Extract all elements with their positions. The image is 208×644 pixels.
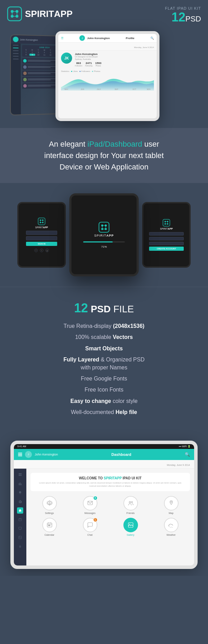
dashboard-header: J John Kensington Dashboard 🔍 bbox=[14, 449, 194, 460]
dark-ipads-section: SPIRITAPP SIGN IN f t g bbox=[0, 183, 208, 287]
search-icon[interactable]: 🔍 bbox=[185, 452, 190, 457]
logo-light: SPIRIT bbox=[25, 9, 54, 19]
social-icons: f t g bbox=[34, 249, 49, 252]
dashboard-section: 9:41 AM ▪▪▪ WiFi 🔋 J John Kensington Das… bbox=[0, 434, 208, 576]
highlight-text: iPad/Dashboard bbox=[87, 140, 142, 148]
sidebar-icon-settings[interactable] bbox=[17, 498, 23, 505]
sidebar-icon-home[interactable] bbox=[17, 507, 23, 514]
map-circle[interactable] bbox=[164, 496, 179, 510]
settings-circle[interactable] bbox=[42, 496, 57, 510]
gallery-circle[interactable] bbox=[123, 518, 138, 532]
hero-top-bar: SPIRITAPP FLAT iPAD UI KIT 12PSD bbox=[7, 6, 201, 24]
icon-item-calendar: Calendar bbox=[31, 518, 68, 536]
svg-point-61 bbox=[131, 502, 132, 503]
svg-point-50 bbox=[20, 501, 21, 502]
chart-wave: MAY JUN JULY SEP OCT NOV bbox=[61, 73, 154, 91]
icon-item-weather: Weather bbox=[152, 518, 190, 536]
svg-text:JULY: JULY bbox=[97, 88, 101, 90]
nav-item bbox=[13, 59, 18, 59]
friends-circle[interactable] bbox=[123, 496, 138, 510]
chat-circle[interactable]: 1 bbox=[83, 518, 97, 532]
list-avatar bbox=[23, 65, 27, 69]
svg-rect-55 bbox=[19, 536, 21, 539]
logo-text: SPIRITAPP bbox=[25, 9, 72, 19]
psd-number: 12 bbox=[172, 10, 185, 24]
profile-info: John Kensington UI Designer & Developer … bbox=[75, 53, 154, 67]
user-avatar: J bbox=[25, 451, 32, 458]
sidebar-icon-gallery[interactable] bbox=[17, 534, 23, 541]
light-ipad-header: ☰ J John Kensington Profile 🔍 bbox=[58, 34, 157, 43]
svg-point-70 bbox=[129, 524, 130, 524]
search-icon: 🔍 bbox=[150, 37, 154, 40]
feature-icon-fonts: Free Icon Fonts bbox=[21, 386, 187, 394]
login-form-left: SIGN IN bbox=[26, 231, 57, 246]
welcome-box: WELCOME TO SPIRITAPP IPAD UI KIT Lorem i… bbox=[31, 473, 190, 491]
feature-google-fonts: Free Google Fonts bbox=[21, 375, 187, 383]
logo-area: SPIRITAPP bbox=[7, 6, 72, 21]
feature-retina: True Retina-display (2048x1536) bbox=[21, 322, 187, 330]
svg-point-60 bbox=[129, 501, 131, 503]
input-field[interactable] bbox=[149, 242, 184, 245]
ipad-loading-center: SPIRITAPP 71% bbox=[69, 193, 139, 276]
svg-rect-69 bbox=[128, 523, 133, 527]
header-left: J John Kensington bbox=[18, 451, 58, 458]
sidebar-icon-chat[interactable] bbox=[17, 525, 23, 532]
svg-rect-53 bbox=[19, 518, 20, 519]
spirit-logo-right: SPIRITAPP bbox=[160, 219, 173, 230]
list-avatar bbox=[23, 72, 27, 75]
icon-item-gallery: Gallery bbox=[112, 518, 149, 536]
social-icon[interactable]: g bbox=[45, 249, 49, 252]
sidebar-icon-notifications[interactable] bbox=[17, 489, 23, 496]
list-avatar bbox=[23, 78, 27, 81]
chart-area: Statistics ■ Likes ■ Followers ■ Photos bbox=[58, 69, 157, 92]
psd-label: PSD bbox=[185, 15, 201, 23]
svg-rect-43 bbox=[20, 473, 22, 475]
icon-grid-2: Calendar 1 Chat bbox=[31, 518, 190, 536]
dark-avatar bbox=[13, 37, 18, 42]
menu-icon: ☰ bbox=[61, 37, 63, 40]
input-field[interactable] bbox=[149, 232, 184, 236]
messages-circle[interactable]: 4 bbox=[83, 496, 97, 510]
icon-grid: Settings 4 Messages bbox=[31, 496, 190, 514]
logo-bold: APP bbox=[54, 9, 72, 19]
input-field[interactable] bbox=[149, 237, 184, 240]
header-username: John Kensington bbox=[35, 453, 58, 456]
username-input[interactable] bbox=[26, 231, 57, 235]
feature-help-file: Well-documented Help file bbox=[21, 408, 187, 416]
social-icon[interactable]: f bbox=[34, 249, 38, 252]
svg-rect-51 bbox=[19, 518, 21, 521]
register-button[interactable]: CREATE ACCOUNT bbox=[149, 247, 184, 251]
welcome-title: WELCOME TO SPIRITAPP IPAD UI KIT bbox=[35, 476, 185, 480]
nav-item bbox=[13, 53, 18, 54]
dashboard-main: WELCOME TO SPIRITAPP IPAD UI KIT Lorem i… bbox=[26, 469, 194, 565]
sidebar-icon-weather[interactable] bbox=[17, 543, 23, 550]
svg-text:SEP: SEP bbox=[115, 88, 119, 90]
dashboard-body: WELCOME TO SPIRITAPP IPAD UI KIT Lorem i… bbox=[14, 469, 194, 565]
social-icon[interactable]: t bbox=[40, 249, 43, 252]
sidebar-icon-analytics[interactable] bbox=[17, 480, 23, 487]
icon-item-map: Map bbox=[152, 496, 190, 514]
svg-rect-67 bbox=[48, 525, 49, 526]
nav-item bbox=[13, 56, 18, 57]
login-button[interactable]: SIGN IN bbox=[26, 242, 57, 246]
password-input[interactable] bbox=[26, 236, 57, 240]
dashboard-title: Dashboard bbox=[111, 452, 131, 457]
svg-point-62 bbox=[171, 501, 172, 502]
feature-smart-objects: Smart Objects bbox=[21, 345, 187, 352]
nav-item bbox=[13, 45, 18, 46]
weather-circle[interactable] bbox=[164, 518, 179, 532]
hero-section: SPIRITAPP FLAT iPAD UI KIT 12PSD John Ke… bbox=[0, 0, 208, 128]
calendar-circle[interactable] bbox=[42, 518, 57, 532]
feature-vectors: 100% scalable Vectors bbox=[21, 333, 187, 341]
sidebar-icon-dashboard[interactable] bbox=[17, 471, 23, 478]
messages-badge: 4 bbox=[93, 496, 97, 500]
svg-text:MAY: MAY bbox=[64, 88, 68, 90]
svg-text:JUN: JUN bbox=[81, 88, 84, 90]
feature-color-style: Easy to change color style bbox=[21, 397, 187, 405]
list-avatar bbox=[23, 84, 27, 88]
nav-item-active bbox=[13, 47, 18, 48]
dashboard-ipad: 9:41 AM ▪▪▪ WiFi 🔋 J John Kensington Das… bbox=[10, 441, 198, 569]
svg-point-58 bbox=[49, 502, 50, 504]
hamburger-menu[interactable] bbox=[18, 453, 22, 456]
sidebar-icon-calendar[interactable] bbox=[17, 516, 23, 523]
